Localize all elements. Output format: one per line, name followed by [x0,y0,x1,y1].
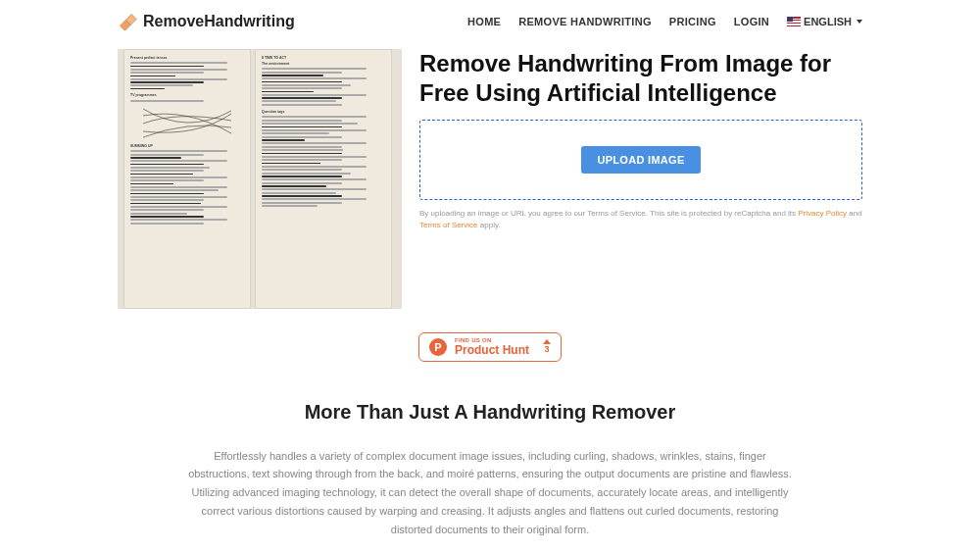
upload-disclaimer: By uploading an image or URL you agree t… [419,208,862,231]
nav-home[interactable]: HOME [467,16,501,27]
flag-icon [787,17,801,26]
main-nav: HOME REMOVE HANDWRITING PRICING LOGIN EN… [467,16,862,27]
producthunt-badge[interactable]: P FIND US ON Product Hunt 3 [418,332,562,362]
nav-pricing[interactable]: PRICING [669,16,716,27]
language-selector[interactable]: ENGLISH [787,16,862,27]
section-title: More Than Just A Handwriting Remover [118,401,862,424]
page-title: Remove Handwriting From Image for Free U… [419,49,862,108]
logo-text: RemoveHandwriting [143,13,295,30]
chevron-down-icon [857,20,862,24]
upload-button[interactable]: UPLOAD IMAGE [581,146,700,174]
nav-remove-handwriting[interactable]: REMOVE HANDWRITING [518,16,652,27]
producthunt-upvote: 3 [543,339,551,354]
logo[interactable]: RemoveHandwriting [118,12,295,31]
sample-document-image: Present perfect tenses TV programmes [118,49,402,309]
section-description: Effortlessly handles a variety of comple… [186,447,794,538]
privacy-policy-link[interactable]: Privacy Policy [798,209,847,218]
upload-dropzone[interactable]: UPLOAD IMAGE [419,120,862,200]
hero-content: Remove Handwriting From Image for Free U… [419,49,862,309]
hero-section: Present perfect tenses TV programmes [118,49,862,309]
eraser-icon [118,12,137,31]
producthunt-icon: P [429,338,447,356]
language-label: ENGLISH [804,16,852,27]
terms-of-service-link[interactable]: Terms of Service [419,221,478,229]
nav-login[interactable]: LOGIN [734,16,769,27]
producthunt-name: Product Hunt [455,344,529,357]
header: RemoveHandwriting HOME REMOVE HANDWRITIN… [118,0,862,43]
producthunt-badge-wrap: P FIND US ON Product Hunt 3 [118,332,862,362]
producthunt-count: 3 [544,344,549,354]
